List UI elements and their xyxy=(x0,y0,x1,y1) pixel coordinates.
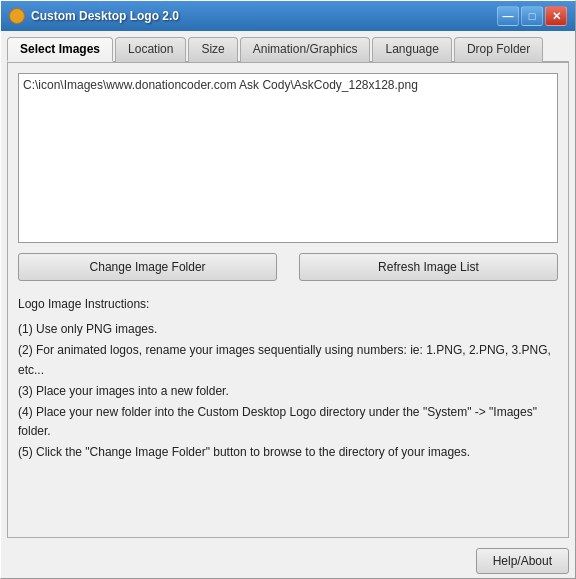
help-about-button[interactable]: Help/About xyxy=(476,548,569,574)
bottom-bar: Help/About xyxy=(1,544,575,578)
tab-location[interactable]: Location xyxy=(115,37,186,62)
main-window: Custom Desktop Logo 2.0 — □ ✕ Select Ima… xyxy=(0,0,576,579)
instruction-step-4: (4) Place your new folder into the Custo… xyxy=(18,403,558,441)
tab-select-images[interactable]: Select Images xyxy=(7,37,113,62)
close-button[interactable]: ✕ xyxy=(545,6,567,26)
refresh-image-list-button[interactable]: Refresh Image List xyxy=(299,253,558,281)
instruction-step-1: (1) Use only PNG images. xyxy=(18,320,558,339)
tab-content-select-images: C:\icon\Images\www.donationcoder.com Ask… xyxy=(7,63,569,538)
tab-language[interactable]: Language xyxy=(372,37,451,62)
change-image-folder-button[interactable]: Change Image Folder xyxy=(18,253,277,281)
instructions-header: Logo Image Instructions: xyxy=(18,295,558,314)
instructions-section: Logo Image Instructions: (1) Use only PN… xyxy=(18,295,558,527)
instruction-step-5: (5) Click the "Change Image Folder" butt… xyxy=(18,443,558,462)
minimize-button[interactable]: — xyxy=(497,6,519,26)
instruction-step-2: (2) For animated logos, rename your imag… xyxy=(18,341,558,379)
instruction-step-3: (3) Place your images into a new folder. xyxy=(18,382,558,401)
image-list[interactable]: C:\icon\Images\www.donationcoder.com Ask… xyxy=(18,73,558,243)
tab-size[interactable]: Size xyxy=(188,37,237,62)
window-content: Select Images Location Size Animation/Gr… xyxy=(1,31,575,544)
tab-animation-graphics[interactable]: Animation/Graphics xyxy=(240,37,371,62)
app-icon xyxy=(9,8,25,24)
title-bar: Custom Desktop Logo 2.0 — □ ✕ xyxy=(1,1,575,31)
tab-bar: Select Images Location Size Animation/Gr… xyxy=(7,37,569,63)
title-bar-left: Custom Desktop Logo 2.0 xyxy=(9,8,179,24)
title-buttons: — □ ✕ xyxy=(497,6,567,26)
maximize-button[interactable]: □ xyxy=(521,6,543,26)
button-row: Change Image Folder Refresh Image List xyxy=(18,253,558,281)
window-title: Custom Desktop Logo 2.0 xyxy=(31,9,179,23)
tab-drop-folder[interactable]: Drop Folder xyxy=(454,37,543,62)
